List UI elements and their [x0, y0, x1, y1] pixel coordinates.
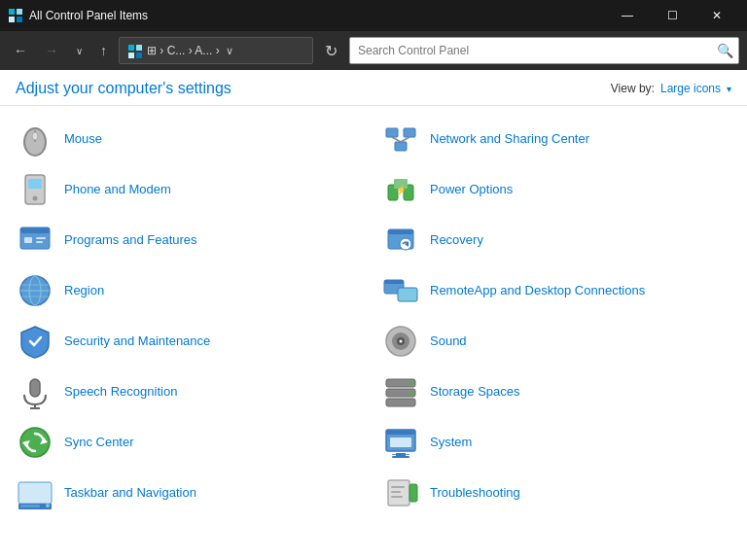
list-item[interactable]: Programs and Features: [8, 215, 374, 265]
svg-rect-1: [17, 9, 22, 15]
address-bar: ← → ∨ ↑ ⊞ › C... › A... › ∨ ↻ 🔍: [0, 31, 747, 70]
svg-point-19: [33, 196, 38, 201]
svg-rect-3: [17, 17, 22, 22]
item-label: Sound: [430, 333, 467, 350]
svg-rect-14: [395, 142, 407, 151]
item-label: Troubleshooting: [430, 485, 520, 502]
viewby-value[interactable]: Large icons: [660, 82, 721, 95]
address-field[interactable]: ⊞ › C... › A... › ∨: [119, 37, 313, 64]
items-container[interactable]: MouseNetwork and Sharing CenterPhone and…: [0, 106, 747, 560]
list-item[interactable]: Sync Center: [8, 417, 374, 468]
list-item[interactable]: RemoteApp and Desktop Connections: [374, 265, 739, 316]
item-label: Recovery: [430, 232, 483, 249]
window-controls: — ☐ ✕: [605, 0, 739, 31]
svg-rect-69: [391, 486, 405, 488]
item-icon: ⚡: [381, 170, 420, 209]
svg-rect-30: [388, 229, 413, 234]
svg-line-16: [401, 137, 409, 142]
search-input[interactable]: [350, 44, 711, 57]
svg-rect-65: [20, 505, 40, 508]
minimize-button[interactable]: —: [605, 0, 650, 31]
item-icon: [381, 120, 420, 158]
item-icon: [381, 423, 420, 462]
svg-rect-61: [406, 454, 409, 455]
maximize-button[interactable]: ☐: [650, 0, 694, 31]
list-item[interactable]: Region: [8, 265, 374, 316]
page-title: Adjust your computer's settings: [16, 80, 231, 97]
breadcrumb: ⊞ › C... › A... ›: [147, 44, 220, 57]
list-item[interactable]: Taskbar and Navigation: [8, 468, 374, 518]
item-label: Phone and Modem: [64, 182, 171, 198]
svg-point-11: [32, 132, 38, 140]
svg-rect-50: [386, 399, 415, 406]
item-label: Mouse: [64, 131, 102, 148]
svg-rect-28: [36, 241, 43, 243]
svg-point-52: [409, 391, 413, 395]
item-label: Region: [64, 283, 104, 299]
viewby-arrow[interactable]: ▾: [727, 84, 731, 94]
item-icon: [16, 473, 54, 512]
list-item[interactable]: Security and Maintenance: [8, 316, 374, 367]
list-item[interactable]: Sound: [374, 316, 739, 367]
refresh-button[interactable]: ↻: [319, 38, 343, 64]
svg-point-44: [400, 340, 403, 343]
svg-rect-45: [30, 379, 40, 397]
list-item[interactable]: Network and Sharing Center: [374, 114, 739, 164]
svg-rect-57: [386, 430, 415, 435]
svg-rect-26: [24, 237, 32, 243]
svg-rect-58: [390, 438, 411, 447]
svg-rect-4: [128, 45, 134, 51]
svg-line-15: [392, 137, 401, 142]
viewby-label: View by:: [611, 82, 655, 95]
dropdown-button[interactable]: ∨: [70, 42, 89, 60]
svg-rect-18: [28, 179, 42, 189]
item-label: Sync Center: [64, 435, 134, 451]
list-item[interactable]: ⚡Power Options: [374, 164, 739, 215]
search-button[interactable]: 🔍: [711, 37, 738, 64]
svg-rect-39: [398, 288, 417, 301]
list-item[interactable]: Troubleshooting: [374, 468, 739, 518]
items-grid: MouseNetwork and Sharing CenterPhone and…: [0, 114, 747, 518]
address-dropdown-button[interactable]: ∨: [220, 43, 239, 59]
svg-rect-71: [391, 496, 403, 498]
svg-rect-63: [18, 482, 52, 504]
svg-rect-2: [9, 17, 15, 22]
svg-rect-7: [136, 52, 142, 58]
item-icon: [381, 322, 420, 361]
list-item[interactable]: Storage Spaces: [374, 367, 739, 417]
content-area: Adjust your computer's settings View by:…: [0, 70, 747, 560]
item-label: Taskbar and Navigation: [64, 485, 196, 502]
svg-text:⚡: ⚡: [395, 184, 408, 196]
list-item[interactable]: System: [374, 417, 739, 468]
item-icon: [16, 372, 54, 411]
list-item[interactable]: Phone and Modem: [8, 164, 374, 215]
title-bar: All Control Panel Items — ☐ ✕: [0, 0, 747, 31]
svg-point-51: [409, 381, 413, 385]
window-title: All Control Panel Items: [29, 9, 605, 22]
item-icon: [16, 170, 54, 209]
svg-rect-12: [386, 128, 398, 137]
svg-rect-40: [384, 280, 404, 284]
svg-point-66: [46, 504, 50, 508]
item-icon: [381, 221, 420, 260]
item-icon: [16, 271, 54, 310]
up-button[interactable]: ↑: [94, 39, 113, 62]
svg-rect-62: [392, 454, 396, 455]
forward-button[interactable]: →: [39, 39, 64, 62]
svg-rect-0: [9, 9, 15, 15]
svg-rect-5: [136, 45, 142, 51]
back-button[interactable]: ←: [8, 39, 33, 62]
list-item[interactable]: Recovery: [374, 215, 739, 265]
svg-rect-13: [404, 128, 415, 137]
close-button[interactable]: ✕: [694, 0, 739, 31]
item-icon: [381, 372, 420, 411]
item-label: Storage Spaces: [430, 384, 520, 401]
svg-rect-6: [128, 52, 134, 58]
item-icon: [16, 120, 54, 158]
list-item[interactable]: Speech Recognition: [8, 367, 374, 417]
list-item[interactable]: Mouse: [8, 114, 374, 164]
svg-rect-27: [36, 237, 46, 239]
search-box[interactable]: 🔍: [349, 37, 739, 64]
item-label: Power Options: [430, 182, 513, 198]
svg-rect-68: [409, 484, 417, 502]
